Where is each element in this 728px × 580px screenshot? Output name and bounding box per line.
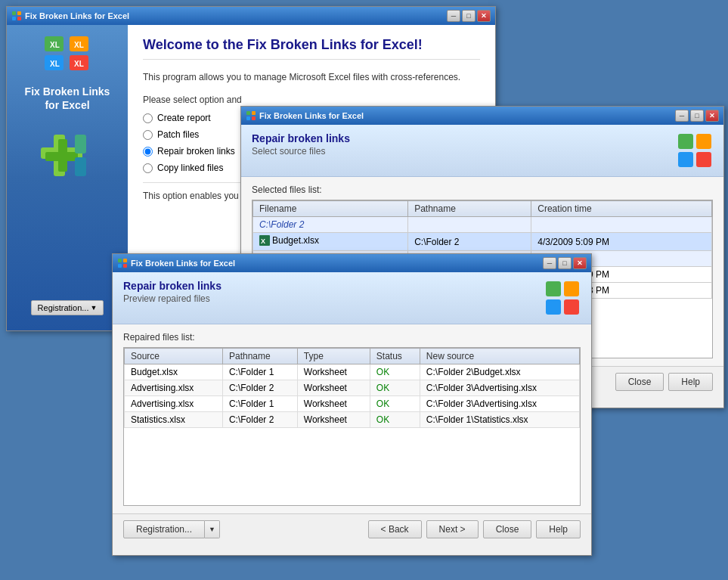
svg-text:XL: XL	[50, 60, 60, 68]
cell-type: Worksheet	[297, 412, 370, 428]
second-help-btn[interactable]: Help	[668, 373, 713, 391]
cell-type: Worksheet	[297, 380, 370, 396]
svg-rect-2	[12, 17, 16, 20]
svg-rect-29	[123, 259, 127, 262]
col-source: Source	[125, 349, 223, 364]
third-window-body: Repaired files list: Source Pathname Typ…	[113, 324, 591, 513]
cell-source: Statistics.xlsx	[125, 412, 223, 428]
svg-rect-15	[45, 152, 78, 161]
cell-pathname: C:\Folder 2	[222, 412, 297, 428]
svg-rect-20	[246, 116, 250, 120]
svg-rect-35	[564, 299, 579, 315]
third-subheading: Preview repaired files	[123, 293, 221, 304]
table-row[interactable]: X Budget.xlsx C:\Folder 2 4/3/2009 5:09 …	[253, 233, 712, 251]
second-title-buttons: ─ □ ✕	[675, 110, 719, 122]
radio-repair-links-input[interactable]	[143, 147, 153, 157]
third-title-left: Fix Broken Links for Excel	[117, 258, 235, 268]
third-reg-dropdown-button[interactable]: ▼	[205, 520, 220, 538]
svg-text:XL: XL	[74, 60, 84, 68]
radio-create-report-label: Create report	[157, 113, 211, 123]
repair-table: Source Pathname Type Status New source B…	[124, 348, 580, 428]
main-minimize-button[interactable]: ─	[447, 10, 460, 22]
cell-source: Advertising.xlsx	[125, 396, 223, 412]
second-title-icon	[246, 110, 256, 121]
third-maximize-button[interactable]: □	[558, 257, 572, 269]
cell-status: OK	[370, 396, 420, 412]
svg-rect-19	[252, 111, 256, 115]
radio-patch-files-input[interactable]	[143, 130, 153, 140]
excel-file-icon: X	[259, 235, 270, 246]
main-maximize-button[interactable]: □	[462, 10, 476, 22]
svg-rect-28	[118, 259, 122, 262]
cell-source: Budget.xlsx	[125, 364, 223, 380]
third-help-btn[interactable]: Help	[536, 520, 581, 538]
third-nav-buttons: < Back Next > Close Help	[368, 520, 581, 538]
third-title-text: Fix Broken Links for Excel	[131, 259, 235, 268]
sidebar-app-name: Fix Broken Links for Excel	[25, 85, 110, 112]
svg-text:XL: XL	[74, 41, 84, 49]
sidebar-reg-button[interactable]: Registration... ▼	[31, 300, 104, 315]
cell-creation: 4/3/2009 5:09 PM	[531, 233, 712, 251]
third-repaired-label: Repaired files list:	[123, 332, 581, 343]
table-row[interactable]: C:\Folder 2	[253, 217, 712, 233]
svg-rect-31	[123, 264, 127, 268]
second-header-text: Repair broken links Select source files	[252, 132, 350, 157]
sidebar-cross-icon	[37, 131, 98, 180]
svg-rect-22	[678, 134, 693, 149]
svg-rect-24	[678, 152, 693, 167]
second-window-header: Repair broken links Select source files	[241, 125, 723, 177]
radio-create-report-input[interactable]	[143, 113, 153, 123]
third-next-button[interactable]: Next >	[426, 520, 479, 538]
cell-creation	[531, 217, 712, 233]
cell-type: Worksheet	[297, 396, 370, 412]
third-reg-button[interactable]: Registration...	[123, 520, 205, 538]
second-maximize-button[interactable]: □	[690, 110, 704, 122]
second-close-btn[interactable]: Close	[615, 373, 664, 391]
svg-rect-3	[17, 17, 21, 20]
sidebar-logo-icon: XL XL XL XL	[41, 33, 94, 74]
second-minimize-button[interactable]: ─	[675, 110, 689, 122]
third-reg-area: Registration... ▼	[123, 520, 220, 538]
cell-status: OK	[370, 364, 420, 380]
third-repaired-list: Source Pathname Type Status New source B…	[123, 347, 581, 506]
table-row[interactable]: Statistics.xlsx C:\Folder 2 Worksheet OK…	[125, 412, 580, 428]
col-status: Status	[370, 349, 420, 364]
radio-repair-links-label: Repair broken links	[157, 146, 235, 157]
svg-text:X: X	[261, 237, 265, 245]
third-window-footer: Registration... ▼ < Back Next > Close He…	[113, 513, 591, 544]
third-header-text: Repair broken links Preview repaired fil…	[123, 280, 221, 304]
radio-copy-linked-input[interactable]	[143, 163, 153, 173]
third-window: Fix Broken Links for Excel ─ □ ✕ Repair …	[112, 253, 592, 556]
col-filename: Filename	[253, 201, 408, 217]
third-window-header: Repair broken links Preview repaired fil…	[113, 272, 591, 324]
second-close-button[interactable]: ✕	[705, 110, 719, 122]
svg-rect-30	[118, 264, 122, 268]
svg-rect-16	[75, 135, 86, 154]
second-heading: Repair broken links	[252, 132, 350, 144]
svg-rect-34	[546, 299, 561, 315]
third-back-button[interactable]: < Back	[368, 520, 422, 538]
col-pathname: Pathname	[222, 349, 297, 364]
table-row[interactable]: Budget.xlsx C:\Folder 1 Worksheet OK C:\…	[125, 364, 580, 380]
third-close-btn[interactable]: Close	[483, 520, 532, 538]
svg-rect-21	[252, 116, 256, 120]
table-row[interactable]: Advertising.xlsx C:\Folder 1 Worksheet O…	[125, 396, 580, 412]
table-row[interactable]: Advertising.xlsx C:\Folder 2 Worksheet O…	[125, 380, 580, 396]
svg-rect-0	[12, 11, 16, 15]
main-close-button[interactable]: ✕	[477, 10, 491, 22]
cell-new-source: C:\Folder 3\Advertising.xlsx	[420, 380, 579, 396]
sidebar-logo-area: XL XL XL XL Fix Broken Links for Excel	[25, 33, 110, 112]
cell-filename: C:\Folder 2	[253, 217, 408, 233]
main-title-buttons: ─ □ ✕	[447, 10, 491, 22]
cell-status: OK	[370, 412, 420, 428]
third-close-button[interactable]: ✕	[573, 257, 587, 269]
svg-rect-1	[17, 11, 21, 15]
cell-pathname: C:\Folder 2	[408, 233, 531, 251]
main-title-left: Fix Broken Links for Excel	[11, 11, 129, 21]
cell-pathname	[408, 217, 531, 233]
cell-pathname: C:\Folder 1	[222, 364, 297, 380]
cell-new-source: C:\Folder 2\Budget.xlsx	[420, 364, 579, 380]
third-minimize-button[interactable]: ─	[543, 257, 556, 269]
third-header-icon	[544, 280, 581, 316]
main-title-icon	[11, 11, 22, 21]
